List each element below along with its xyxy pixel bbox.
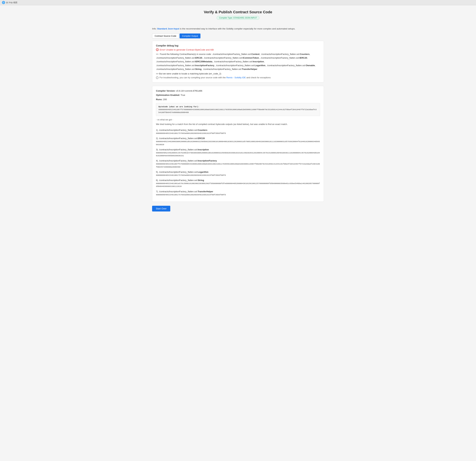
runs-row: Runs: 200	[156, 98, 320, 101]
debug-title: Compiler debug log:	[156, 44, 320, 47]
compiler-version-row: Compiler Version: v0.8.18+commit.87f61d9…	[156, 89, 320, 93]
but-text: But we were unable to locate a matching …	[159, 72, 221, 75]
error-icon: ⊘	[156, 48, 159, 51]
compiler-badge: Compiler Type: STANDARD JSON-INPUT	[217, 16, 259, 20]
runs-value: 200	[163, 98, 167, 101]
contract-item: 3) ./contracts/InscriptionFactory_flatte…	[156, 148, 320, 157]
start-over-button[interactable]: Start Over	[152, 206, 170, 211]
contract-code: 6080806040523461007f57600080543360016001…	[156, 162, 320, 168]
info-icon: i	[156, 76, 159, 79]
contract-label: 5) ./contracts/InscriptionFactory_flatte…	[156, 171, 320, 173]
contract-code: 608060405234620003806200001d816200003225…	[156, 140, 320, 146]
found-prefix: Found the following ContractName(s) in s…	[156, 53, 315, 70]
compiler-info-box: Compiler Version: v0.8.18+commit.87f61d9…	[152, 86, 324, 202]
app-name: 由 Xnip 截图	[6, 1, 17, 4]
runs-label: Runs:	[156, 98, 162, 101]
compiler-version-value: v0.8.18+commit.87f61d96	[176, 90, 202, 92]
remix-link[interactable]: Remix - Solidity IDE	[226, 76, 246, 79]
tip-text: For troubleshooting, you can try compili…	[160, 76, 271, 79]
match-msg: We tried looking for a match from the li…	[156, 123, 320, 126]
bytecode-box: ByteCode (what we are looking for): 6080…	[156, 103, 320, 116]
contract-item: 7) ./contracts/InscriptionFactory_flatte…	[156, 190, 320, 196]
app-logo	[2, 1, 5, 4]
contract-label: 2) ./contracts/InscriptionFactory_flatte…	[156, 137, 320, 140]
tab-compiler-output[interactable]: Compiler Output	[179, 34, 201, 38]
optimization-value: True	[180, 94, 185, 96]
contract-code: 6080806040523461001757603a90816020839481…	[156, 174, 320, 177]
bytecode-label: ByteCode (what we are looking for):	[159, 105, 317, 108]
contract-code: 6080806040523461001a576c5908161002082393…	[156, 182, 320, 188]
error-msg: Error! Unable to generate Contract ByteC…	[160, 49, 214, 51]
bytecode-value: 6080806040523461007f57600080543360016001…	[159, 108, 317, 114]
but-line: >> But we were unable to locate a matchi…	[156, 72, 320, 75]
tip-suffix: and check for exceptions	[246, 76, 271, 79]
debug-panel: Compiler debug log: ⊘ Error! Unable to g…	[152, 41, 324, 82]
contract-item: 5) ./contracts/InscriptionFactory_flatte…	[156, 171, 320, 177]
contract-code: 6080806040523461001757603a90816020839481…	[156, 193, 320, 196]
contract-label: 3) ./contracts/InscriptionFactory_flatte…	[156, 148, 320, 151]
contract-item: 1) ./contracts/InscriptionFactory_flatte…	[156, 129, 320, 135]
info-bar: Info: Standard Json-Input is the recomme…	[152, 27, 324, 31]
contract-item: 4) ./contracts/InscriptionFactory_flatte…	[156, 159, 320, 168]
info-link[interactable]: Standard Json-Input	[157, 27, 179, 30]
tabs-row: Contract Source Code Compiler Output	[152, 34, 324, 38]
found-contracts-line: >> Found the following ContractName(s) i…	[156, 52, 320, 71]
contract-list: 1) ./contracts/InscriptionFactory_flatte…	[156, 129, 320, 196]
svg-point-1	[3, 2, 4, 3]
contract-label: 1) ./contracts/InscriptionFactory_flatte…	[156, 129, 320, 131]
contract-code: 6080806040523461001757603a90816020839481…	[156, 132, 320, 135]
contract-code: 608060405234620004c35762001b478038038062…	[156, 151, 320, 157]
tip-prefix: For troubleshooting, you can try compili…	[160, 76, 226, 79]
main-content: Verify & Publish Contract Source Code Co…	[149, 5, 327, 218]
info-suffix: is the recommended way to interface with…	[179, 27, 295, 30]
contract-label: 6) ./contracts/InscriptionFactory_flatte…	[156, 179, 320, 182]
contract-item: 2) ./contracts/InscriptionFactory_flatte…	[156, 137, 320, 146]
optimization-label: Optimization Enabled:	[156, 94, 180, 96]
arrow-icon2: >>	[156, 72, 159, 75]
compiler-version-label: Compiler Version:	[156, 90, 176, 92]
tab-contract-source[interactable]: Contract Source Code	[152, 34, 179, 38]
contract-label: 4) ./contracts/InscriptionFactory_flatte…	[156, 159, 320, 162]
page-title: Verify & Publish Contract Source Code	[152, 10, 324, 14]
info-prefix: Info:	[152, 27, 156, 30]
contract-item: 6) ./contracts/InscriptionFactory_flatte…	[156, 179, 320, 188]
title-row: Verify & Publish Contract Source Code Co…	[152, 10, 324, 23]
arrow-icon: >>	[156, 53, 159, 55]
vs-line: - vs what we got -	[156, 118, 320, 121]
error-line: ⊘ Error! Unable to generate Contract Byt…	[156, 48, 320, 51]
tip-line: i For troubleshooting, you can try compi…	[156, 76, 320, 79]
optimization-row: Optimization Enabled: True	[156, 93, 320, 97]
contract-label: 7) ./contracts/InscriptionFactory_flatte…	[156, 190, 320, 193]
top-bar: 由 Xnip 截图	[0, 0, 476, 5]
